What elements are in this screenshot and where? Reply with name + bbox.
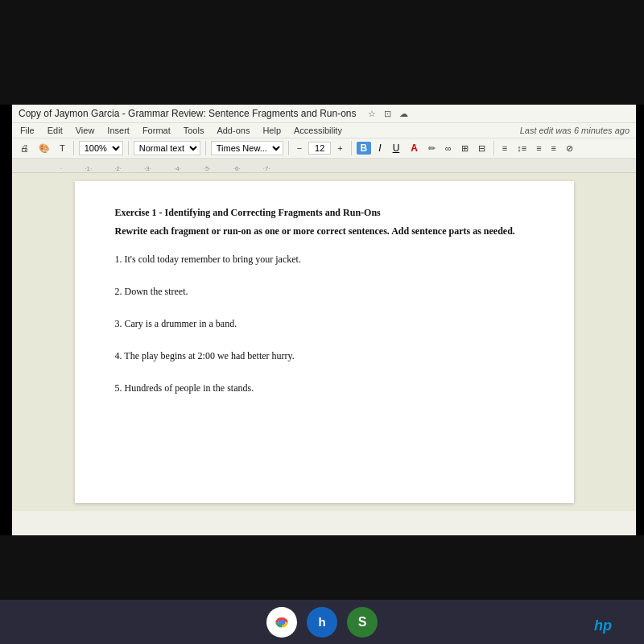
print-btn[interactable]: 🖨 xyxy=(17,142,32,155)
last-edit-text: Last edit was 6 minutes ago xyxy=(520,126,630,135)
divider-1 xyxy=(73,141,74,155)
menu-file[interactable]: File xyxy=(19,125,36,136)
menu-help[interactable]: Help xyxy=(261,125,283,136)
table-icon[interactable]: ⊟ xyxy=(475,142,489,155)
divider-6 xyxy=(493,141,494,155)
exercise-item-1: 1. It's cold today remember to bring you… xyxy=(115,252,534,266)
menu-view[interactable]: View xyxy=(74,125,97,136)
save-icon[interactable]: ⊡ xyxy=(382,108,394,119)
line-spacing-icon[interactable]: ↕≡ xyxy=(514,142,530,154)
ruler: · ·1· ·2· ·3· ·4· ·5· ·6· ·7· xyxy=(12,159,636,173)
divider-2 xyxy=(128,141,129,155)
zoom-select[interactable]: 100% xyxy=(79,141,123,155)
exercise-item-2: 2. Down the street. xyxy=(115,284,534,299)
title-bar: Copy of Jaymon Garcia - Grammar Review: … xyxy=(12,105,636,123)
font-size-input[interactable] xyxy=(308,142,331,155)
paint-btn[interactable]: 🎨 xyxy=(35,142,53,155)
divider-3 xyxy=(205,141,206,155)
list-icon[interactable]: ≡ xyxy=(533,142,544,154)
exercise-item-3: 3. Cary is a drummer in a band. xyxy=(115,316,534,331)
title-bar-icons: ☆ ⊡ ☁ xyxy=(366,108,410,119)
exercise-item-5: 5. Hundreds of people in the stands. xyxy=(115,381,534,395)
italic-button[interactable]: I xyxy=(374,142,385,155)
font-color-button[interactable]: A xyxy=(407,142,422,155)
underline-button[interactable]: U xyxy=(389,142,404,155)
exercise-item-4-text: 4. The play begins at 2:00 we had better… xyxy=(115,349,534,363)
menu-format[interactable]: Format xyxy=(141,125,172,136)
divider-5 xyxy=(351,141,352,155)
pen-icon[interactable]: ✏ xyxy=(425,142,439,155)
exercise-item-5-text: 5. Hundreds of people in the stands. xyxy=(115,381,534,395)
screen: Copy of Jaymon Garcia - Grammar Review: … xyxy=(12,105,636,572)
font-size-plus[interactable]: + xyxy=(334,142,345,155)
divider-4 xyxy=(288,141,289,155)
menu-accessibility[interactable]: Accessibility xyxy=(292,125,344,136)
menu-addons[interactable]: Add-ons xyxy=(215,125,251,136)
chrome-app-icon[interactable] xyxy=(266,607,297,638)
star-icon[interactable]: ☆ xyxy=(366,108,378,119)
bold-button[interactable]: B xyxy=(357,142,372,155)
style-select[interactable]: Normal text xyxy=(134,141,200,155)
menu-edit[interactable]: Edit xyxy=(46,125,64,136)
indent-icon[interactable]: ≡ xyxy=(548,142,559,154)
image-icon[interactable]: ⊞ xyxy=(458,142,472,155)
cloud-icon[interactable]: ☁ xyxy=(398,108,410,119)
laptop-bottom-bezel xyxy=(0,535,644,600)
ruler-marks: · ·1· ·2· ·3· ·4· ·5· ·6· ·7· xyxy=(12,159,636,172)
menu-tools[interactable]: Tools xyxy=(182,125,206,136)
toolbar: 🖨 🎨 T 100% Normal text Times New... − + … xyxy=(12,138,636,159)
menu-insert[interactable]: Insert xyxy=(105,125,131,136)
exercise-item-1-text: 1. It's cold today remember to bring you… xyxy=(115,252,534,266)
exercise-item-2-text: 2. Down the street. xyxy=(115,284,534,299)
align-icon[interactable]: ≡ xyxy=(499,142,510,154)
clear-format-icon[interactable]: ⊘ xyxy=(563,142,576,155)
hp-logo: hp xyxy=(594,617,612,634)
exercise-item-3-text: 3. Cary is a drummer in a band. xyxy=(115,316,534,331)
link-icon[interactable]: ∞ xyxy=(442,142,455,154)
document-title: Copy of Jaymon Garcia - Grammar Review: … xyxy=(19,108,357,119)
font-select[interactable]: Times New... xyxy=(211,141,283,155)
s-app-icon[interactable]: S xyxy=(347,607,378,638)
font-size-minus[interactable]: − xyxy=(294,142,305,155)
hp-app-icon[interactable]: h xyxy=(307,607,337,638)
document-page[interactable]: Exercise 1 - Identifying and Correcting … xyxy=(75,181,574,503)
taskbar: h S xyxy=(0,600,644,644)
spell-btn[interactable]: T xyxy=(56,142,68,155)
exercise-title: Exercise 1 - Identifying and Correcting … xyxy=(115,205,534,221)
menu-bar: File Edit View Insert Format Tools Add-o… xyxy=(12,123,636,138)
document-area: Exercise 1 - Identifying and Correcting … xyxy=(12,173,636,511)
exercise-item-4: 4. The play begins at 2:00 we had better… xyxy=(115,349,534,363)
exercise-instruction: Rewrite each fragment or run-on as one o… xyxy=(115,224,534,239)
